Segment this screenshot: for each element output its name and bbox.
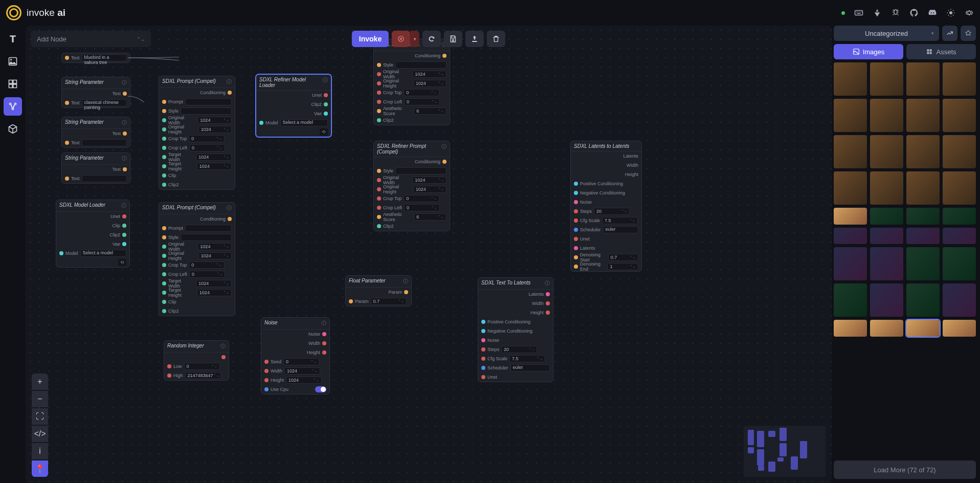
node-string-param-2[interactable]: String Parameterⓘ Text Text xyxy=(61,117,130,148)
gallery-thumb[interactable] xyxy=(906,208,940,225)
gear-icon[interactable] xyxy=(965,8,974,17)
gallery-thumb[interactable] xyxy=(943,62,976,96)
keyboard-icon[interactable] xyxy=(854,8,863,17)
gallery-thumb[interactable] xyxy=(906,62,940,96)
rail-grid-icon[interactable] xyxy=(4,75,22,93)
minimap[interactable] xyxy=(744,426,826,477)
refresh-button[interactable] xyxy=(422,31,441,47)
zoom-in-button[interactable]: + xyxy=(32,374,48,390)
discord-icon[interactable] xyxy=(928,8,937,17)
gallery-thumb[interactable] xyxy=(943,283,976,317)
cancel-button[interactable] xyxy=(392,31,410,47)
fit-view-button[interactable]: ⛶ xyxy=(32,408,48,425)
node-refiner-prompt[interactable]: SDXL Refiner Prompt (Compel)ⓘ Conditioni… xyxy=(373,141,450,231)
board-select[interactable]: Uncategorized▾ xyxy=(834,26,939,41)
gallery-thumb[interactable] xyxy=(870,228,903,245)
info-button[interactable]: i xyxy=(32,443,48,459)
gallery-thumb[interactable] xyxy=(870,208,903,225)
svg-point-6 xyxy=(949,11,952,14)
svg-rect-1 xyxy=(856,12,857,13)
svg-rect-17 xyxy=(930,52,932,54)
gallery-thumb[interactable] xyxy=(943,208,976,225)
gallery-thumb[interactable] xyxy=(834,283,867,317)
gallery-thumb[interactable] xyxy=(870,283,903,317)
gallery-thumb[interactable] xyxy=(870,171,903,205)
gallery-thumb[interactable] xyxy=(870,62,903,96)
locate-button[interactable]: 📍 xyxy=(32,460,48,477)
node-refiner-model-loader[interactable]: SDXL Refiner Model Loaderⓘ Unet Clip2 Va… xyxy=(256,74,331,137)
gallery-thumb[interactable] xyxy=(870,135,903,168)
rail-cube-icon[interactable] xyxy=(4,120,22,138)
gallery-thumb[interactable] xyxy=(834,247,867,280)
node-model-loader[interactable]: SDXL Model Loaderⓘ Unet Clip Clip2 Vae M… xyxy=(56,200,130,268)
node-random-integer[interactable]: Random Integerⓘ Low0⌃⌄ High2147483647⌃⌄ xyxy=(164,340,229,381)
rail-image-icon[interactable] xyxy=(4,52,22,71)
node-string-param-1[interactable]: String Parameterⓘ Text Textclassical chi… xyxy=(61,77,130,108)
sun-icon[interactable] xyxy=(946,8,955,17)
gallery-thumb[interactable] xyxy=(870,320,903,337)
tab-images[interactable]: Images xyxy=(834,44,903,59)
node-string-param-3[interactable]: String Parameterⓘ Text Text xyxy=(61,152,130,184)
node-canvas[interactable]: Add Node⌃⌄ Invoke ▾ xyxy=(26,26,832,483)
toggle-use-cpu[interactable] xyxy=(315,386,326,392)
gallery-thumb[interactable] xyxy=(943,171,976,205)
gallery-thumb[interactable] xyxy=(834,62,867,96)
gallery-thumb[interactable] xyxy=(906,171,940,205)
gallery-thumb[interactable] xyxy=(834,228,867,245)
zoom-out-button[interactable]: − xyxy=(32,391,48,407)
gallery-thumb[interactable] xyxy=(906,228,940,245)
svg-rect-5 xyxy=(857,13,861,14)
svg-point-8 xyxy=(10,59,12,60)
gallery-thumb[interactable] xyxy=(834,99,867,132)
svg-rect-16 xyxy=(927,52,929,54)
gallery-thumb[interactable] xyxy=(834,135,867,168)
svg-rect-3 xyxy=(859,12,860,13)
gallery-thumb[interactable] xyxy=(870,99,903,132)
gallery-thumb[interactable] xyxy=(906,247,940,280)
language-icon[interactable] xyxy=(873,8,882,17)
gallery-thumb[interactable] xyxy=(906,283,940,317)
node-refiner-pos[interactable]: SDXL Refiner Po...ⓘ Conditioning Style O… xyxy=(373,39,450,125)
gallery-thumb[interactable] xyxy=(906,99,940,132)
save-button[interactable] xyxy=(444,31,462,47)
gallery-thumb[interactable] xyxy=(943,320,976,337)
invoke-button[interactable]: Invoke xyxy=(352,31,389,47)
gallery-thumb[interactable] xyxy=(943,247,976,280)
add-node-button[interactable]: Add Node⌃⌄ xyxy=(31,31,151,47)
load-more-button[interactable]: Load More (72 of 72) xyxy=(834,460,976,479)
rail-text-icon[interactable] xyxy=(4,30,22,48)
gallery-thumb[interactable] xyxy=(906,135,940,168)
gallery-thumb[interactable] xyxy=(834,208,867,225)
canvas-toolbar: Add Node⌃⌄ Invoke ▾ xyxy=(31,31,827,47)
rail-nodes-icon[interactable] xyxy=(4,97,22,116)
gallery-thumb[interactable] xyxy=(943,99,976,132)
node-text-to-latents[interactable]: SDXL Text To Latentsⓘ Latents Width Heig… xyxy=(478,277,553,382)
gallery-thumb[interactable] xyxy=(943,135,976,168)
board-settings-button[interactable] xyxy=(942,26,957,41)
node-latents-to-latents[interactable]: SDXL Latents to Latents Latents Width He… xyxy=(570,141,642,272)
code-button[interactable]: </> xyxy=(32,426,48,442)
gallery-thumb[interactable] xyxy=(834,171,867,205)
gallery-thumb[interactable] xyxy=(870,247,903,280)
svg-rect-15 xyxy=(930,49,932,51)
tab-assets[interactable]: Assets xyxy=(906,44,976,59)
image-gallery[interactable] xyxy=(834,62,976,457)
gallery-thumb[interactable] xyxy=(906,320,940,337)
node-float-param[interactable]: Float Parameterⓘ Param Param0.7⌃⌄ xyxy=(345,275,412,306)
node-sdxl-prompt-1[interactable]: SDXL Prompt (Compel)ⓘ Conditioning Promp… xyxy=(159,76,235,190)
pin-button[interactable] xyxy=(961,26,976,41)
logo-icon xyxy=(6,5,21,20)
node-text-param[interactable]: Textbluebird in a sakura tree xyxy=(61,53,130,63)
delete-button[interactable] xyxy=(487,31,505,47)
node-noise[interactable]: Noiseⓘ Noise Width Height Seed0⌃⌄ Width1… xyxy=(261,317,330,394)
upload-button[interactable] xyxy=(465,31,484,47)
bug-icon[interactable] xyxy=(891,8,900,17)
gallery-thumb[interactable] xyxy=(834,320,867,337)
cancel-menu-button[interactable]: ▾ xyxy=(410,31,419,47)
svg-rect-0 xyxy=(855,11,863,15)
gallery-tabs: Images Assets xyxy=(834,44,976,59)
github-icon[interactable] xyxy=(909,8,919,17)
node-sdxl-prompt-2[interactable]: SDXL Prompt (Compel)ⓘ Conditioning Promp… xyxy=(159,202,235,316)
status-dot-icon xyxy=(841,11,845,15)
gallery-thumb[interactable] xyxy=(943,228,976,245)
